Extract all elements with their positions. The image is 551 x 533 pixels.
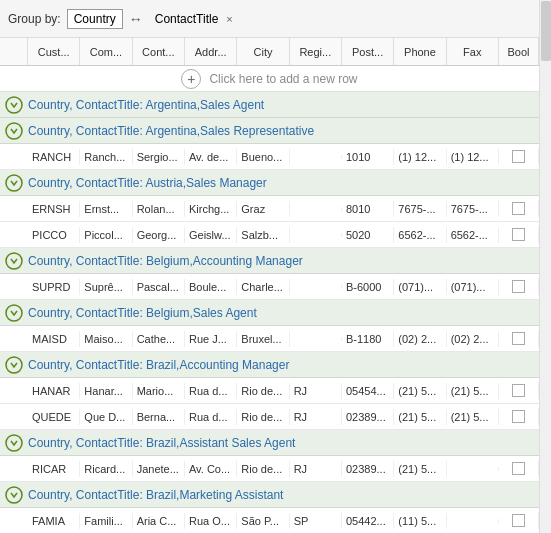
cell-phone: 7675-... [394, 201, 446, 217]
cell-cust: MAISD [28, 331, 80, 347]
cell-regi [290, 285, 342, 289]
checkbox[interactable] [512, 280, 525, 293]
group-expand-icon-3[interactable] [4, 252, 24, 270]
cell-phone: (21) 5... [394, 383, 446, 399]
group-row-0[interactable]: Country, ContactTitle: Argentina,Sales A… [0, 92, 539, 118]
col-header-bool[interactable]: Bool [499, 38, 539, 65]
col-header-addr[interactable]: Addr... [185, 38, 237, 65]
add-row-icon[interactable]: + [181, 69, 201, 89]
table-row: HANAR Hanar... Mario... Rua d... Rio de.… [0, 378, 539, 404]
cell-bool[interactable] [499, 200, 539, 217]
group-row-7[interactable]: Country, ContactTitle: Brazil,Marketing … [0, 482, 539, 508]
group-expand-icon-6[interactable] [4, 434, 24, 452]
col-header-fax[interactable]: Fax [447, 38, 499, 65]
svg-point-6 [6, 435, 22, 451]
group-row-3[interactable]: Country, ContactTitle: Belgium,Accountin… [0, 248, 539, 274]
checkbox[interactable] [512, 410, 525, 423]
cell-addr: Rua d... [185, 383, 237, 399]
cell-bool[interactable] [499, 330, 539, 347]
table-row: PICCO Piccol... Georg... Geislw... Salzb… [0, 222, 539, 248]
group-expand-icon-5[interactable] [4, 356, 24, 374]
checkbox[interactable] [512, 384, 525, 397]
col-header-com[interactable]: Com... [80, 38, 132, 65]
cell-addr: Rua d... [185, 409, 237, 425]
cell-phone: (1) 12... [394, 149, 446, 165]
cell-com: Suprê... [80, 279, 132, 295]
cell-cust: QUEDE [28, 409, 80, 425]
group-row-1[interactable]: Country, ContactTitle: Argentina,Sales R… [0, 118, 539, 144]
cell-city: São P... [237, 513, 289, 529]
checkbox[interactable] [512, 228, 525, 241]
cell-post: 05442... [342, 513, 394, 529]
cell-cust: RANCH [28, 149, 80, 165]
group-row-2[interactable]: Country, ContactTitle: Austria,Sales Man… [0, 170, 539, 196]
group-tag-contacttitle[interactable]: ContactTitle × [149, 10, 239, 28]
cell-com: Hanar... [80, 383, 132, 399]
cell-cust: SUPRD [28, 279, 80, 295]
table-row: SUPRD Suprê... Pascal... Boule... Charle… [0, 274, 539, 300]
col-header-cont[interactable]: Cont... [133, 38, 185, 65]
cell-regi: RJ [290, 461, 342, 477]
col-header-cust[interactable]: Cust... [28, 38, 80, 65]
checkbox[interactable] [512, 514, 525, 527]
checkbox[interactable] [512, 462, 525, 475]
cell-addr: Rue J... [185, 331, 237, 347]
cell-post: 02389... [342, 461, 394, 477]
col-header-regi[interactable]: Regi... [290, 38, 342, 65]
group-label-7: Country, ContactTitle: Brazil,Marketing … [28, 488, 283, 502]
cell-addr: Av. Co... [185, 461, 237, 477]
group-row-6[interactable]: Country, ContactTitle: Brazil,Assistant … [0, 430, 539, 456]
cell-post: 02389... [342, 409, 394, 425]
cell-regi [290, 233, 342, 237]
checkbox[interactable] [512, 202, 525, 215]
cell-bool[interactable] [499, 512, 539, 529]
cell-bool[interactable] [499, 226, 539, 243]
cell-post: B-6000 [342, 279, 394, 295]
col-header-phone[interactable]: Phone [394, 38, 446, 65]
group-expand-icon-7[interactable] [4, 486, 24, 504]
group-tag-country-label: Country [74, 12, 116, 26]
cell-fax [447, 519, 499, 523]
cell-regi [290, 155, 342, 159]
col-header-post[interactable]: Post... [342, 38, 394, 65]
group-expand-icon-0[interactable] [4, 96, 24, 114]
group-expand-icon-1[interactable] [4, 122, 24, 140]
cell-bool[interactable] [499, 382, 539, 399]
cell-city: Bueno... [237, 149, 289, 165]
cell-bool[interactable] [499, 278, 539, 295]
cell-cust: PICCO [28, 227, 80, 243]
group-expand-icon-2[interactable] [4, 174, 24, 192]
cell-fax: (02) 2... [447, 331, 499, 347]
group-tag-contacttitle-label: ContactTitle [155, 12, 219, 26]
cell-cust: RICAR [28, 461, 80, 477]
vertical-scrollbar[interactable] [539, 0, 551, 533]
new-row-bar[interactable]: + Click here to add a new row [0, 66, 539, 92]
svg-point-0 [6, 97, 22, 113]
cell-fax: (1) 12... [447, 149, 499, 165]
new-row-text: Click here to add a new row [209, 72, 357, 86]
close-group-button[interactable]: × [226, 13, 232, 25]
group-row-4[interactable]: Country, ContactTitle: Belgium,Sales Age… [0, 300, 539, 326]
table-row: FAMIA Famili... Aria C... Rua O... São P… [0, 508, 539, 533]
group-tag-country[interactable]: Country [67, 9, 123, 29]
cell-bool[interactable] [499, 148, 539, 165]
group-label-6: Country, ContactTitle: Brazil,Assistant … [28, 436, 295, 450]
cell-addr: Boule... [185, 279, 237, 295]
cell-cont: Mario... [133, 383, 185, 399]
cell-city: Salzb... [237, 227, 289, 243]
cell-phone: (21) 5... [394, 461, 446, 477]
cell-addr: Av. de... [185, 149, 237, 165]
content-area: Group by: Country ↔ ContactTitle × Cust.… [0, 0, 539, 533]
cell-bool[interactable] [499, 408, 539, 425]
checkbox[interactable] [512, 150, 525, 163]
col-header-city[interactable]: City [237, 38, 289, 65]
scrollbar-thumb[interactable] [541, 1, 551, 61]
group-row-5[interactable]: Country, ContactTitle: Brazil,Accounting… [0, 352, 539, 378]
cell-bool[interactable] [499, 460, 539, 477]
cell-city: Charle... [237, 279, 289, 295]
cell-regi [290, 207, 342, 211]
checkbox[interactable] [512, 332, 525, 345]
cell-fax: (071)... [447, 279, 499, 295]
svg-point-1 [6, 123, 22, 139]
group-expand-icon-4[interactable] [4, 304, 24, 322]
